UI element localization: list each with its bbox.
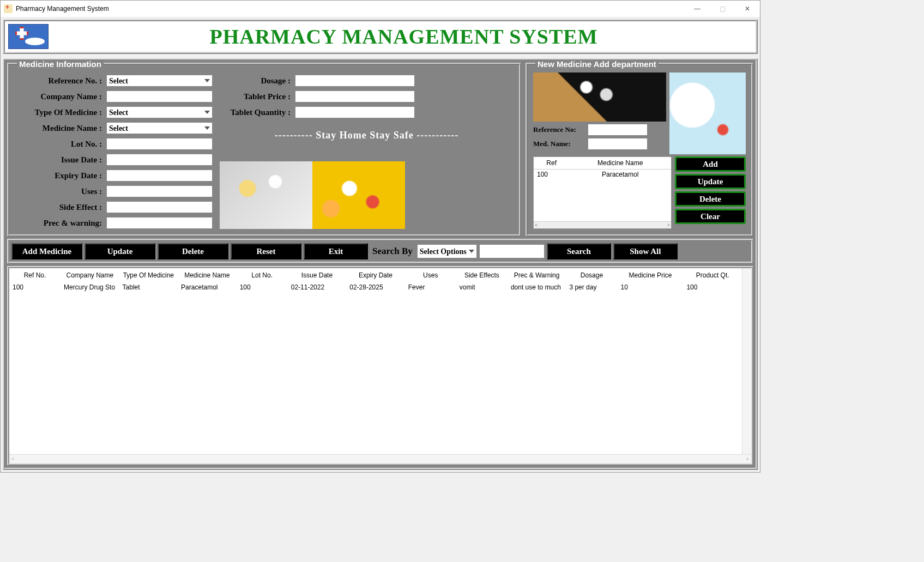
side-effect-input[interactable] [106, 201, 213, 213]
uses-input[interactable] [106, 185, 213, 197]
main-th[interactable]: Dosage [566, 268, 617, 282]
nm-update-button[interactable]: Update [675, 174, 746, 189]
search-input[interactable] [479, 244, 545, 258]
main-th[interactable]: Side Effects [456, 268, 508, 282]
tablet-price-input[interactable] [295, 90, 415, 102]
reference-no-label: Reference No. : [15, 76, 106, 86]
tablet-price-label: Tablet Price : [220, 92, 295, 101]
table-cell: 100 [9, 282, 61, 292]
reset-button[interactable]: Reset [231, 243, 301, 259]
main-table[interactable]: Ref No.Company NameType Of MedicineMedic… [9, 268, 742, 292]
expiry-date-input[interactable] [106, 170, 213, 182]
nm-reference-no-input[interactable] [588, 124, 648, 136]
nm-buttons: Add Update Delete Clear [675, 156, 746, 229]
update-button[interactable]: Update [84, 243, 155, 259]
search-by-label: Search By [372, 246, 413, 257]
company-name-input[interactable] [106, 90, 213, 102]
uses-label: Uses : [15, 187, 106, 196]
nm-cell: Paracetamol [569, 170, 671, 180]
lot-no-label: Lot No. : [15, 140, 106, 149]
maximize-button[interactable]: ▢ [710, 1, 735, 17]
nm-med-name-input[interactable] [588, 138, 648, 150]
type-of-medicine-select[interactable]: Select [106, 106, 213, 118]
main-th[interactable]: Uses [405, 268, 456, 282]
table-cell: Fever [405, 282, 456, 292]
title-bar: Pharmacy Management System — ▢ ✕ [1, 1, 760, 17]
main-table-frame: Ref No.Company NameType Of MedicineMedic… [7, 266, 753, 466]
delete-button[interactable]: Delete [158, 243, 228, 259]
app-title: PHARMACY MANAGEMENT SYSTEM [52, 25, 756, 49]
new-medicine-left: Reference No: Med. Name: [533, 72, 666, 154]
main-th[interactable]: Ref No. [9, 268, 61, 282]
nm-table-row[interactable]: 100Paracetamol [534, 170, 671, 180]
mask-syringe-image [669, 72, 746, 154]
add-medicine-button[interactable]: Add Medicine [11, 243, 82, 259]
table-cell: 100 [237, 282, 288, 292]
tablet-quantity-label: Tablet Quantity : [220, 108, 295, 117]
nm-clear-button[interactable]: Clear [675, 209, 746, 224]
main-th[interactable]: Expiry Date [346, 268, 405, 282]
nm-delete-button[interactable]: Delete [675, 191, 746, 207]
nm-add-button[interactable]: Add [675, 156, 746, 172]
table-cell: 02-11-2022 [288, 282, 347, 292]
table-cell: Mercury Drug Sto [61, 282, 119, 292]
table-cell: 10 [617, 282, 683, 292]
dosage-input[interactable] [295, 75, 415, 87]
nm-th-medname[interactable]: Medicine Name [569, 157, 671, 170]
nm-reference-no-label: Reference No: [533, 125, 588, 134]
medicine-name-select[interactable]: Select [106, 122, 213, 134]
medicine-information-frame: Medicine Information Reference No. :Sele… [7, 63, 521, 237]
prec-warning-input[interactable] [106, 217, 213, 229]
expiry-date-label: Expiry Date : [15, 171, 106, 180]
type-of-medicine-label: Type Of Medicine : [15, 108, 106, 117]
issue-date-input[interactable] [106, 154, 213, 166]
main-th[interactable]: Issue Date [288, 268, 347, 282]
main-th[interactable]: Medicine Name [178, 268, 237, 282]
reference-no-select[interactable]: Select [106, 75, 213, 87]
lot-no-input[interactable] [106, 138, 213, 150]
table-cell: 02-28-2025 [346, 282, 405, 292]
search-by-select[interactable]: Select Options [417, 244, 477, 258]
table-row[interactable]: 100Mercury Drug StoTabletParacetamol1000… [9, 282, 742, 292]
medinfo-images [220, 161, 514, 229]
vials-image [533, 72, 666, 122]
minimize-button[interactable]: — [685, 1, 710, 17]
nm-scrollbar[interactable]: <> [534, 221, 671, 228]
close-button[interactable]: ✕ [735, 1, 760, 17]
main-th[interactable]: Prec & Warning [508, 268, 566, 282]
exit-button[interactable]: Exit [304, 243, 368, 259]
pills-bowl-image [220, 161, 312, 229]
search-button[interactable]: Search [547, 243, 611, 259]
main-body: Medicine Information Reference No. :Sele… [3, 58, 758, 470]
app-icon [4, 4, 13, 13]
table-cell: dont use to much [508, 282, 566, 292]
main-horizontal-scrollbar[interactable]: <> [9, 454, 751, 463]
window-title: Pharmacy Management System [16, 5, 109, 13]
table-cell: 3 per day [566, 282, 617, 292]
main-th[interactable]: Product Qt. [683, 268, 742, 282]
main-th[interactable]: Type Of Medicine [119, 268, 178, 282]
pills-yellow-image [312, 161, 405, 229]
nm-table[interactable]: Ref Medicine Name 100Paracetamol [534, 157, 671, 179]
logo-icon [8, 24, 49, 49]
stay-home-text: ---------- Stay Home Stay Safe ---------… [220, 130, 514, 141]
side-effect-label: Side Effect : [15, 203, 106, 212]
issue-date-label: Issue Date : [15, 155, 106, 165]
medicine-info-legend: Medicine Information [17, 59, 104, 69]
dosage-label: Dosage : [220, 76, 295, 86]
new-medicine-frame: New Medicine Add department Reference No… [526, 63, 753, 237]
nm-med-name-label: Med. Name: [533, 140, 588, 148]
nm-th-ref[interactable]: Ref [534, 157, 569, 170]
app-window: Pharmacy Management System — ▢ ✕ PHARMAC… [0, 0, 760, 473]
tablet-quantity-input[interactable] [295, 106, 415, 118]
table-cell: 100 [683, 282, 742, 292]
main-th[interactable]: Company Name [61, 268, 119, 282]
main-vertical-scrollbar[interactable] [742, 268, 751, 454]
banner: PHARMACY MANAGEMENT SYSTEM [3, 19, 758, 54]
main-th[interactable]: Lot No. [237, 268, 288, 282]
show-all-button[interactable]: Show All [613, 243, 678, 259]
table-cell: Tablet [119, 282, 178, 292]
main-th[interactable]: Medicine Price [617, 268, 683, 282]
company-name-label: Company Name : [15, 92, 106, 101]
new-medicine-legend: New Medicine Add department [535, 59, 659, 69]
